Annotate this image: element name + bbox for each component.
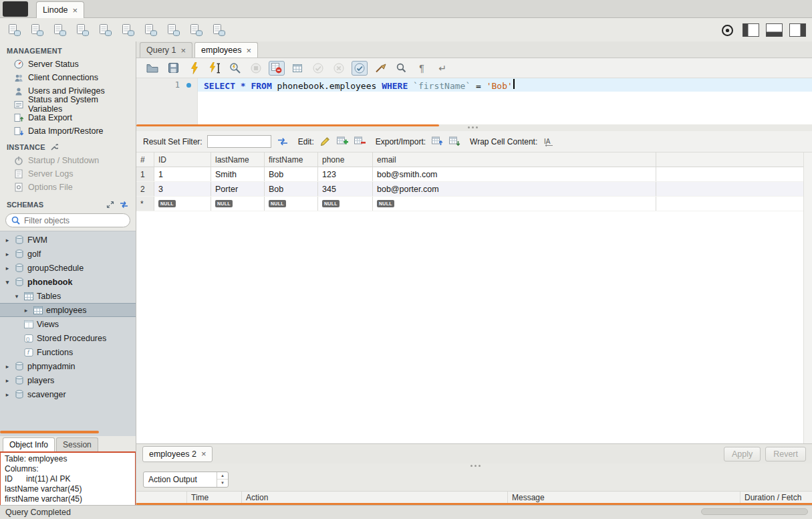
close-icon[interactable]: × [180, 46, 186, 55]
stepper-icons[interactable]: ▲▼ [217, 472, 228, 487]
cell[interactable]: NULL [318, 197, 373, 211]
horizontal-scrollbar-thumb[interactable] [701, 508, 808, 515]
tree-right-arrow-icon[interactable]: ▸ [4, 363, 11, 370]
column-header-lastname[interactable]: lastName [211, 152, 265, 167]
open-file-icon[interactable] [144, 61, 160, 76]
sidebar-item-server-logs[interactable]: Server Logs [0, 167, 136, 181]
query-tab-employees[interactable]: employees× [194, 42, 258, 58]
close-icon[interactable]: × [73, 6, 78, 15]
splitter-handle[interactable] [468, 126, 478, 128]
delete-row-icon[interactable] [354, 136, 367, 148]
table-row[interactable]: 11SmithBob123bob@smith.com [136, 167, 812, 182]
stop-on-error-icon[interactable] [269, 61, 285, 76]
column-header-firstname[interactable]: firstName [265, 152, 318, 167]
tree-item-golf[interactable]: ▸golf [0, 247, 136, 261]
row-header[interactable]: * [136, 197, 154, 211]
new-sql-tab-icon[interactable] [5, 22, 23, 39]
create-table-icon[interactable] [74, 22, 92, 39]
sidebar-item-startup-shutdown[interactable]: Startup / Shutdown [0, 154, 136, 167]
editor-horizontal-scrollbar[interactable] [136, 124, 439, 126]
cell[interactable]: NULL [373, 197, 656, 211]
reconnect-server-icon[interactable] [187, 22, 205, 39]
new-row[interactable]: *NULLNULLNULLNULLNULL [136, 197, 812, 211]
cell[interactable]: 123 [318, 167, 373, 181]
tree-down-arrow-icon[interactable]: ▾ [13, 293, 20, 300]
tree-item-scavenger[interactable]: ▸scavenger [0, 387, 136, 401]
action-column-blank[interactable] [136, 492, 187, 504]
column-header-blank[interactable]: # [136, 152, 154, 167]
create-function-icon[interactable] [142, 22, 160, 39]
column-header-id[interactable]: ID [154, 152, 211, 167]
tab-session[interactable]: Session [56, 437, 98, 451]
result-tab-employees-2[interactable]: employees 2 × [142, 446, 213, 462]
column-header-phone[interactable]: phone [318, 152, 373, 167]
action-column-message[interactable]: Message [508, 492, 740, 504]
action-column-time[interactable]: Time [187, 492, 242, 504]
sidebar-item-client-connections[interactable]: Client Connections [0, 71, 136, 84]
import-records-icon[interactable] [448, 136, 461, 148]
explain-icon[interactable] [227, 61, 243, 76]
cell[interactable]: bob@porter.com [373, 182, 656, 196]
grid-vertical-scrollbar[interactable] [803, 152, 812, 443]
row-header[interactable]: 2 [136, 182, 154, 196]
schema-filter-box[interactable] [5, 213, 130, 227]
schema-filter-input[interactable] [24, 216, 128, 225]
sidebar-item-status-and-system-variables[interactable]: Status and System Variables [0, 98, 136, 111]
search-data-icon[interactable] [164, 22, 182, 39]
insert-row-icon[interactable] [336, 136, 350, 148]
wrap-text-icon[interactable]: ↵ [434, 61, 450, 76]
create-procedure-icon[interactable] [119, 22, 137, 39]
toggle-left-panel-icon[interactable] [742, 22, 760, 39]
create-schema-icon[interactable] [51, 22, 69, 39]
tree-right-arrow-icon[interactable]: ▸ [4, 237, 11, 243]
bottom-splitter[interactable] [136, 464, 812, 468]
beautify-icon[interactable] [372, 61, 388, 76]
column-header-email[interactable]: email [373, 152, 656, 167]
chevron-down-icon[interactable]: ▼ [217, 480, 228, 487]
save-script-icon[interactable] [165, 61, 181, 76]
apply-button[interactable]: Apply [724, 447, 761, 461]
cell[interactable]: NULL [265, 197, 318, 211]
sql-editor[interactable]: SELECT * FROM phonebook.employees WHERE … [136, 78, 812, 124]
rollback-icon[interactable] [331, 61, 347, 76]
home-button[interactable] [3, 1, 28, 17]
open-sql-script-icon[interactable] [28, 22, 46, 39]
export-recordset-icon[interactable] [430, 136, 444, 148]
tab-object-info[interactable]: Object Info [3, 437, 55, 451]
close-icon[interactable]: × [247, 46, 252, 55]
execute-current-icon[interactable] [207, 61, 223, 76]
tree-right-arrow-icon[interactable]: ▸ [4, 391, 11, 398]
action-column-action[interactable]: Action [242, 492, 508, 504]
wrap-cell-icon[interactable]: ΙΑ [542, 136, 557, 148]
create-view-icon[interactable] [96, 22, 114, 39]
toggle-right-panel-icon[interactable] [789, 22, 807, 39]
expand-panel-icon[interactable] [105, 200, 116, 209]
stop-icon[interactable] [248, 61, 264, 76]
tree-item-phpmyadmin[interactable]: ▸phpmyadmin [0, 359, 136, 373]
tree-item-employees[interactable]: ▸employees [0, 303, 136, 317]
execute-icon[interactable] [186, 61, 202, 76]
sidebar-item-server-status[interactable]: Server Status [0, 58, 136, 71]
autocommit-icon[interactable] [352, 61, 368, 76]
sidebar-item-options-file[interactable]: Options File [0, 181, 136, 194]
toggle-bottom-panel-icon[interactable] [765, 22, 783, 39]
chevron-up-icon[interactable]: ▲ [217, 472, 228, 480]
tree-right-arrow-icon[interactable]: ▸ [23, 307, 29, 314]
table-row[interactable]: 23PorterBob345bob@porter.com [136, 182, 812, 197]
tree-right-arrow-icon[interactable]: ▸ [4, 377, 11, 384]
cell[interactable]: 345 [318, 182, 373, 196]
refresh-icon[interactable] [276, 136, 289, 148]
cell[interactable]: NULL [211, 197, 265, 211]
tree-item-stored-procedures[interactable]: ()Stored Procedures [0, 331, 136, 345]
cell[interactable]: NULL [154, 197, 211, 211]
window-tab-linode[interactable]: Linode × [36, 1, 84, 18]
tree-item-tables[interactable]: ▾Tables [0, 289, 136, 303]
cell[interactable]: 1 [154, 167, 211, 181]
row-header[interactable]: 1 [136, 167, 154, 181]
cell[interactable]: bob@smith.com [373, 167, 656, 181]
result-filter-input[interactable] [207, 135, 271, 148]
cell[interactable]: 3 [154, 182, 211, 196]
tree-item-players[interactable]: ▸players [0, 373, 136, 387]
tree-down-arrow-icon[interactable]: ▾ [4, 279, 11, 286]
action-output-select[interactable]: Action Output ▲▼ [143, 472, 229, 488]
